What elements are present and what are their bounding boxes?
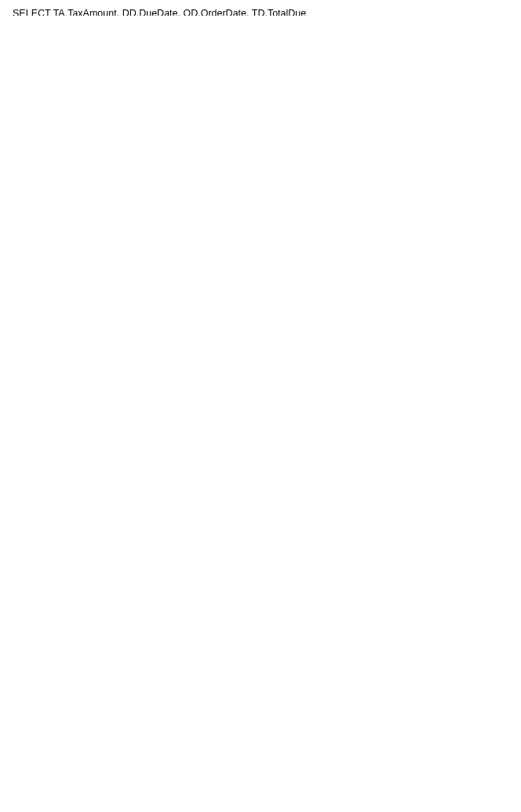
sql-line: SELECT TA.TaxAmount, DD.DueDate, OD.Orde… [13, 6, 306, 16]
sql-query: SELECT TA.TaxAmount, DD.DueDate, OD.Orde… [13, 6, 306, 16]
